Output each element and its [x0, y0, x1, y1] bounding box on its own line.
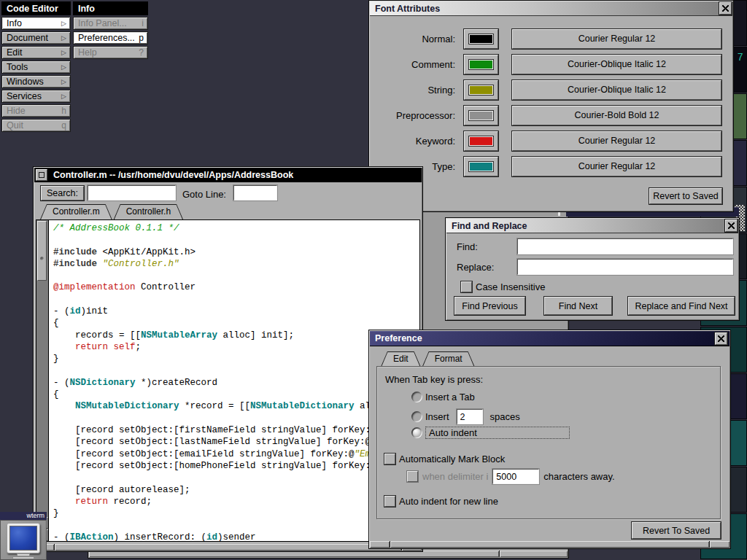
radio-insert-a-tab[interactable]	[411, 392, 422, 402]
find-next-button[interactable]: Find Next	[544, 297, 612, 315]
menu-item-edit[interactable]: Edit▷	[1, 46, 71, 59]
replace-and-find-next-button[interactable]: Replace and Find Next	[628, 297, 735, 315]
find-replace-titlebar[interactable]: Find and Replace	[446, 219, 738, 233]
miniaturize-button[interactable]	[36, 169, 47, 181]
code-segment: [record setObject:[firstNameField string…	[53, 425, 376, 435]
code-line	[53, 519, 419, 531]
menu-title[interactable]: Info	[73, 1, 148, 15]
font-select-button[interactable]: Courier-Oblique Italic 12	[512, 55, 721, 74]
search-button[interactable]: Search:	[41, 186, 84, 201]
close-icon[interactable]	[719, 2, 732, 15]
menu-item-help[interactable]: Help?	[73, 46, 148, 59]
goto-line-label: Goto Line:	[182, 189, 226, 200]
font-attribute-row: Preprocessor:Courier-Bold Bold 12	[378, 105, 721, 125]
window-title: Controller.m -- /usr/home/dvu/devel/Apps…	[53, 170, 293, 180]
auto-indent-newline-checkbox[interactable]	[384, 496, 395, 507]
case-insensitive-checkbox[interactable]	[461, 281, 472, 292]
delimiter-distance-input[interactable]	[492, 469, 539, 484]
font-select-button[interactable]: Courier Regular 12	[512, 157, 721, 176]
code-segment	[97, 259, 103, 269]
tab-format[interactable]: Format	[422, 351, 475, 367]
tab-controller-h[interactable]: Controller.h	[114, 204, 183, 219]
spaces-count-input[interactable]	[457, 409, 483, 424]
radio-row: Insertspaces	[411, 409, 520, 424]
editor-resize-bar[interactable]	[34, 544, 422, 551]
font-select-button[interactable]: Courier-Bold Bold 12	[512, 106, 721, 125]
color-swatch-well[interactable]	[464, 131, 498, 151]
radio-auto-indent[interactable]	[411, 427, 422, 438]
automatically-mark-block-checkbox[interactable]	[384, 454, 395, 464]
when-delimiter-checkbox[interactable]	[407, 471, 418, 482]
menu-item-shortcut: p	[139, 33, 144, 43]
font-attribute-row: Keyword:Courier Regular 12	[378, 131, 721, 151]
code-segment: record;	[108, 497, 152, 507]
attribute-label: Keyword:	[378, 136, 464, 147]
close-icon[interactable]	[715, 332, 727, 345]
menu-item-info[interactable]: Info▷	[1, 17, 71, 30]
font-select-button[interactable]: Courier Regular 12	[512, 131, 721, 151]
code-segment: }	[53, 354, 59, 364]
revert-to-saved-button[interactable]: Revert To Saved	[632, 522, 721, 539]
font-attributes-titlebar[interactable]: Font Attributes	[370, 1, 732, 16]
menu-item-label: Preferences...	[78, 33, 135, 43]
code-segment: NSMutableDictionary	[75, 401, 179, 411]
code-segment: [record autorelease];	[53, 485, 190, 495]
submenu-arrow-icon: ▷	[61, 34, 66, 42]
preference-titlebar[interactable]: Preference	[370, 331, 729, 346]
menu-item-services[interactable]: Services▷	[1, 90, 71, 103]
button-label: Revert to Saved	[653, 191, 719, 201]
replace-input[interactable]	[517, 259, 733, 275]
color-swatch	[469, 85, 493, 95]
appicon-label: wterm	[27, 512, 45, 519]
code-segment: NSDictionary	[70, 378, 136, 388]
window-title: Preference	[375, 333, 422, 343]
color-swatch-well[interactable]	[464, 29, 498, 49]
menu-item-quit[interactable]: Quitq	[1, 119, 71, 132]
editor-titlebar[interactable]: Controller.m -- /usr/home/dvu/devel/Apps…	[34, 168, 422, 182]
code-segment: IBAction	[70, 532, 114, 541]
close-icon[interactable]	[725, 219, 738, 232]
tab-edit[interactable]: Edit	[381, 351, 421, 367]
search-input[interactable]	[88, 185, 176, 201]
menu-item-windows[interactable]: Windows▷	[1, 75, 71, 88]
code-segment: [record setObject:[emailField stringValu…	[53, 449, 355, 459]
window-title: Find and Replace	[452, 221, 527, 231]
code-segment: id	[70, 306, 81, 316]
menu-title[interactable]: Code Editor	[1, 1, 71, 15]
wterm-app-icon[interactable]: wterm	[0, 512, 47, 560]
revert-to-saved-button[interactable]: Revert to Saved	[649, 188, 722, 204]
color-swatch	[469, 34, 493, 44]
color-swatch-well[interactable]	[464, 55, 498, 74]
radio-insert[interactable]	[411, 411, 422, 422]
code-line	[53, 413, 419, 424]
scrollbar-knob[interactable]	[37, 221, 47, 281]
monitor-icon	[7, 523, 40, 553]
code-segment: - (	[53, 532, 70, 541]
menu-item-tools[interactable]: Tools▷	[1, 61, 71, 74]
tab-controller-m[interactable]: Controller.m	[40, 204, 112, 219]
code-line: [record setObject:[lastNameField stringV…	[53, 436, 419, 448]
find-previous-button[interactable]: Find Previous	[454, 297, 525, 315]
code-line	[53, 234, 419, 246]
code-text-area[interactable]: /* AddressBook 0.1.1 */ #include <AppKit…	[49, 220, 419, 541]
color-swatch-well[interactable]	[464, 80, 498, 100]
menu-item-label: Windows	[7, 77, 44, 87]
button-label: Find Next	[559, 301, 598, 311]
editor-scrollbar[interactable]: ▲ ▼	[36, 220, 49, 541]
color-swatch-well[interactable]	[464, 157, 498, 176]
menu-item-hide[interactable]: Hideh	[1, 104, 71, 117]
menu-item-info-panel[interactable]: Info Panel...i	[73, 17, 148, 30]
characters-away-label: characters away.	[543, 471, 614, 482]
menu-item-preferences[interactable]: Preferences...p	[73, 31, 148, 44]
font-select-button[interactable]: Courier-Oblique Italic 12	[512, 80, 721, 100]
font-name-label: Courier-Bold Bold 12	[574, 110, 659, 120]
goto-line-input[interactable]	[233, 185, 277, 201]
color-swatch-well[interactable]	[464, 106, 498, 125]
preference-resize-bar[interactable]	[370, 541, 729, 548]
code-line	[53, 294, 419, 306]
attribute-label: String:	[378, 85, 464, 96]
menu-item-document[interactable]: Document▷	[1, 31, 71, 44]
menu-item-label: Help	[78, 47, 97, 58]
font-select-button[interactable]: Courier Regular 12	[512, 29, 721, 49]
find-input[interactable]	[517, 238, 733, 254]
